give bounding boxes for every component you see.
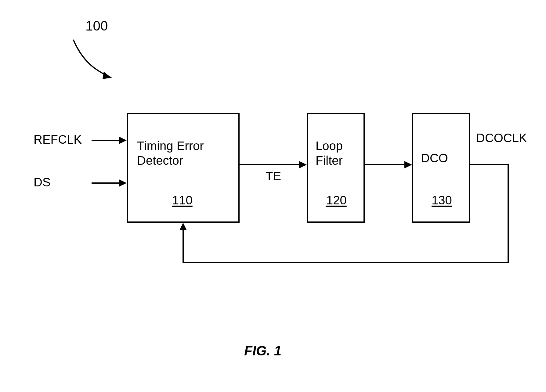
svg-marker-13: [179, 223, 187, 230]
svg-marker-6: [299, 161, 307, 168]
figure-caption: FIG. 1: [244, 343, 281, 358]
connections: [0, 0, 546, 392]
svg-marker-4: [119, 179, 127, 187]
svg-marker-2: [119, 137, 127, 144]
svg-marker-8: [404, 161, 412, 168]
diagram-canvas: 100 Timing Error Detector 110 Loop Filte…: [0, 0, 546, 392]
